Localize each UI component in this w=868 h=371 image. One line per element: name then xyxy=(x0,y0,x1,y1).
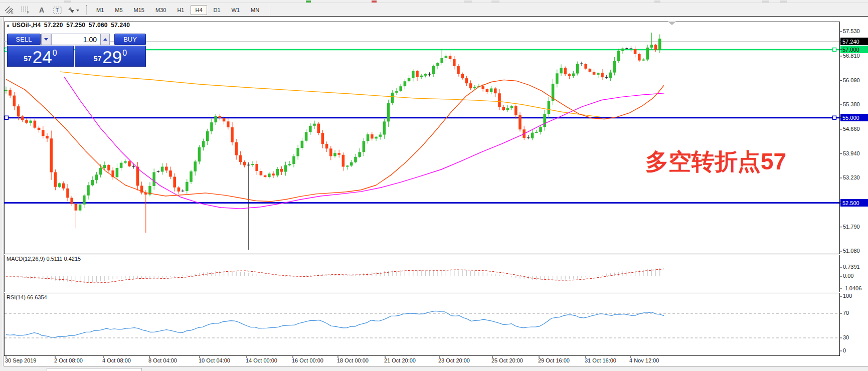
clipped-icon xyxy=(780,1,787,3)
clipped-icon xyxy=(491,1,499,3)
sell-price-point: 0 xyxy=(53,49,57,58)
ohlc-low: 57.060 xyxy=(89,22,108,29)
toolbar-separator xyxy=(270,5,270,16)
time-axis-label: 16 Oct 00:00 xyxy=(292,357,323,363)
chevron-down-icon xyxy=(44,38,48,41)
timeframe-button-M1[interactable]: M1 xyxy=(92,5,108,15)
fibonacci-retracement-icon[interactable]: F xyxy=(19,5,32,15)
price-tag: 52.500 xyxy=(840,199,868,207)
volume-increase-button[interactable] xyxy=(100,34,110,45)
chart-window: ▲USOil-,H4 57.220 57.250 57.060 57.240 S… xyxy=(0,17,868,371)
time-axis-label: 2 Oct 08:00 xyxy=(54,357,83,363)
sell-button[interactable]: SELL xyxy=(7,34,41,45)
volume-decrease-button[interactable] xyxy=(41,34,51,45)
rsi-axis-label: 70 xyxy=(843,310,868,316)
clipped-icon xyxy=(64,1,71,3)
timeframe-button-D1[interactable]: D1 xyxy=(209,5,225,15)
macd-indicator-label: MACD(12,26,9) 0.5111 0.4215 xyxy=(7,256,81,262)
price-axis-label: 56.810 xyxy=(843,53,868,59)
chart-title: ▲USOil-,H4 57.220 57.250 57.060 57.240 xyxy=(6,22,131,29)
sell-price-display[interactable]: 57 24 0 xyxy=(7,46,74,67)
timeframe-group: M1M5M15M30H1H4D1W1MN xyxy=(91,5,265,15)
time-axis-label: 25 Oct 20:00 xyxy=(491,357,523,363)
price-tag: 57.000 xyxy=(840,46,868,53)
macd-axis-label: 0.00 xyxy=(843,273,868,279)
price-axis-label: 51.080 xyxy=(843,248,868,254)
equidistant-channel-icon[interactable]: E xyxy=(3,5,16,15)
svg-text:E: E xyxy=(11,11,14,14)
status-bar-segment xyxy=(47,368,142,371)
ohlc-high: 57.250 xyxy=(66,22,85,29)
chart-annotation-text: 多空转折点57 xyxy=(645,146,786,177)
time-axis-label: 18 Oct 00:00 xyxy=(337,357,369,363)
price-axis-label: 56.090 xyxy=(843,77,868,83)
price-axis-label: 51.790 xyxy=(843,224,868,230)
symbol-triangle-icon: ▲ xyxy=(6,23,10,28)
clipped-status-bar xyxy=(0,366,868,371)
time-axis-label: 14 Oct 00:00 xyxy=(246,357,277,363)
chart-toolbar: EFAT M1M5M15M30H1H4D1W1MN xyxy=(0,4,868,17)
timeframe-button-M15[interactable]: M15 xyxy=(129,5,149,15)
macd-axis-label: 0.7391 xyxy=(843,264,868,270)
clipped-icon xyxy=(762,1,769,3)
text-label-icon[interactable]: A xyxy=(35,5,48,15)
toolbar-separator xyxy=(86,5,87,15)
rsi-indicator-label: RSI(14) 66.6354 xyxy=(7,294,47,300)
drawing-tools-group: EFAT xyxy=(0,5,80,15)
shapes-dropdown-icon[interactable] xyxy=(67,5,80,15)
clipped-icon xyxy=(654,1,660,3)
buy-button[interactable]: BUY xyxy=(114,34,146,45)
price-tag: 55.000 xyxy=(840,114,868,121)
ohlc-open: 57.220 xyxy=(44,22,63,29)
mt4-terminal: EFAT M1M5M15M30H1H4D1W1MN ▲USOil-,H4 57.… xyxy=(0,0,868,371)
rsi-axis-label: 30 xyxy=(843,334,868,340)
svg-text:F: F xyxy=(27,11,29,14)
time-axis-label: 4 Nov 12:00 xyxy=(629,357,659,363)
time-axis-label: 10 Oct 04:00 xyxy=(199,357,230,363)
chart-canvas xyxy=(0,17,868,371)
clipped-icon xyxy=(306,1,311,3)
clipped-icon xyxy=(464,1,472,3)
time-axis-label: 21 Oct 20:00 xyxy=(384,357,416,363)
buy-price-point: 0 xyxy=(122,49,127,58)
timeframe-button-MN[interactable]: MN xyxy=(246,5,264,15)
timeframe-button-H4[interactable]: H4 xyxy=(191,5,207,15)
price-axis-label: 55.380 xyxy=(843,101,868,107)
time-axis-label: 31 Oct 16:00 xyxy=(585,357,616,363)
clipped-icon xyxy=(372,1,377,3)
timeframe-button-M30[interactable]: M30 xyxy=(151,5,170,15)
window-left-edge xyxy=(0,17,4,366)
sell-button-label: SELL xyxy=(16,36,32,43)
time-axis-label: 4 Oct 08:00 xyxy=(102,357,131,363)
time-axis-label: 8 Oct 04:00 xyxy=(148,357,177,363)
price-axis-label: 53.230 xyxy=(843,174,868,180)
price-axis-label: 57.530 xyxy=(843,28,868,34)
macd-axis-label: -1.0406 xyxy=(843,285,868,291)
rsi-axis-label: 0 xyxy=(843,347,868,353)
price-axis-label: 53.940 xyxy=(843,150,868,156)
time-axis: 30 Sep 20192 Oct 08:004 Oct 08:008 Oct 0… xyxy=(0,356,868,366)
text-box-icon[interactable]: T xyxy=(51,5,64,15)
price-axis-label: 54.660 xyxy=(843,126,868,132)
svg-text:T: T xyxy=(56,8,59,13)
ohlc-close: 57.240 xyxy=(111,22,130,29)
symbol-name: USOil-,H4 xyxy=(12,22,41,29)
time-axis-label: 30 Sep 2019 xyxy=(5,357,36,363)
timeframe-button-H1[interactable]: H1 xyxy=(172,5,189,15)
buy-price-display[interactable]: 57 29 0 xyxy=(75,46,146,67)
clipped-toolbar-row xyxy=(0,0,868,3)
buy-price-major: 57 xyxy=(94,55,102,63)
volume-input[interactable] xyxy=(51,34,100,45)
buy-button-label: BUY xyxy=(123,36,137,43)
time-axis-label: 23 Oct 20:00 xyxy=(438,357,470,363)
price-tag: 57.240 xyxy=(840,38,868,45)
timeframe-button-W1[interactable]: W1 xyxy=(227,5,245,15)
timeframe-button-M5[interactable]: M5 xyxy=(110,5,127,15)
rsi-axis-label: 100 xyxy=(843,293,868,299)
sell-price-pips: 24 xyxy=(33,50,52,65)
chevron-up-icon xyxy=(103,38,107,41)
buy-price-pips: 29 xyxy=(102,50,122,65)
time-axis-label: 29 Oct 16:00 xyxy=(538,357,570,363)
sell-price-major: 57 xyxy=(24,55,32,63)
